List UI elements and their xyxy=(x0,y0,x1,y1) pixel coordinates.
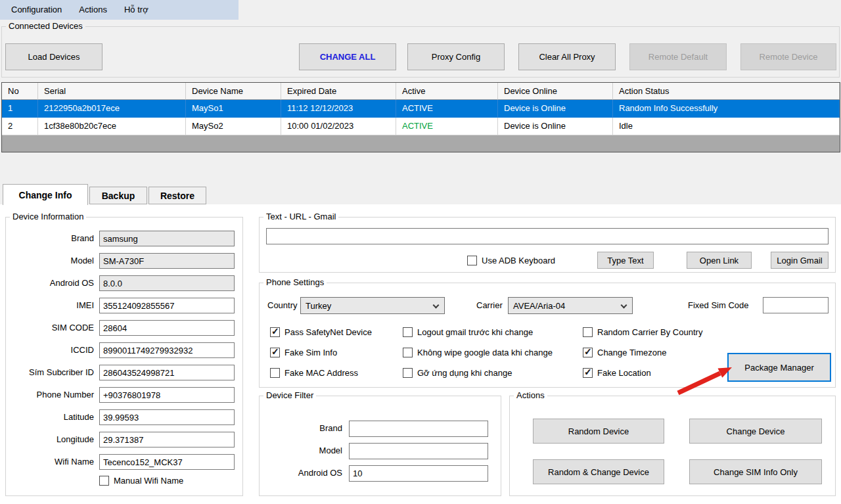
menu-actions[interactable]: Actions xyxy=(70,0,116,20)
column-header-expired-date[interactable]: Expired Date xyxy=(281,83,396,100)
menu-help[interactable]: Hỗ trợ xyxy=(116,0,157,20)
change-timezone-checkbox[interactable]: Change Timezone xyxy=(583,347,667,357)
checkbox-box xyxy=(270,348,280,357)
carrier-label: Carrier xyxy=(476,300,503,310)
checkbox-box xyxy=(270,327,280,337)
login-gmail-button[interactable]: Login Gmail xyxy=(771,252,829,269)
checkbox-box xyxy=(583,348,593,357)
imei-label: IMEI xyxy=(7,300,94,310)
column-header-active[interactable]: Active xyxy=(396,83,498,100)
column-header-no[interactable]: No xyxy=(2,83,38,100)
imei-field[interactable] xyxy=(99,298,235,313)
device-filter-title: Device Filter xyxy=(263,390,316,400)
filter-android-os-label: Android OS xyxy=(265,468,342,478)
table-row[interactable]: 2 1cf38e80b20c7ece MaySo2 10:00 01/02/20… xyxy=(2,118,840,135)
tab-restore[interactable]: Restore xyxy=(148,187,206,204)
change-device-button[interactable]: Change Device xyxy=(689,419,822,444)
country-selected-value: Turkey xyxy=(306,301,331,311)
longitude-field[interactable] xyxy=(99,432,235,447)
tab-backup[interactable]: Backup xyxy=(89,187,147,204)
column-header-serial[interactable]: Serial xyxy=(38,83,186,100)
wifi-name-field[interactable] xyxy=(99,454,235,470)
filter-model-field[interactable] xyxy=(349,443,488,459)
latitude-field[interactable] xyxy=(99,409,235,425)
checkbox-box xyxy=(583,368,593,378)
checkbox-box xyxy=(99,476,109,486)
cell-action-status: Random Info Successfully xyxy=(613,100,840,118)
sim-code-field[interactable] xyxy=(99,320,235,336)
text-url-input[interactable] xyxy=(266,228,829,244)
carrier-selected-value: AVEA/Aria-04 xyxy=(513,301,565,311)
logout-gmail-checkbox[interactable]: Logout gmail trước khi change xyxy=(403,327,533,337)
phone-settings-title: Phone Settings xyxy=(263,277,327,287)
random-device-button[interactable]: Random Device xyxy=(533,419,664,444)
type-text-button[interactable]: Type Text xyxy=(597,252,654,269)
cell-action-status: Idle xyxy=(613,118,840,135)
filter-brand-label: Brand xyxy=(265,423,342,433)
sim-subscriber-id-label: Sím Subcriber ID xyxy=(7,367,94,377)
iccid-field[interactable] xyxy=(99,342,235,358)
filter-brand-field[interactable] xyxy=(349,421,488,437)
column-header-device-name[interactable]: Device Name xyxy=(186,83,281,100)
phone-number-label: Phone Number xyxy=(7,390,94,400)
brand-field[interactable] xyxy=(99,231,235,246)
checkbox-box xyxy=(403,368,413,378)
column-header-device-online[interactable]: Device Online xyxy=(498,83,613,100)
cell-no: 1 xyxy=(2,100,38,118)
remote-default-button: Remote Default xyxy=(629,43,727,70)
filter-android-os-field[interactable] xyxy=(349,465,488,482)
cell-serial: 1cf38e80b20c7ece xyxy=(38,118,186,135)
checkbox-label: Gỡ ứng dụng khi change xyxy=(417,368,512,378)
checkbox-box xyxy=(403,348,413,357)
manual-wifi-name-checkbox[interactable]: Manual Wifi Name xyxy=(99,475,183,486)
wifi-name-label: Wifi Name xyxy=(7,457,94,467)
chevron-down-icon xyxy=(621,302,627,309)
checkbox-box xyxy=(467,256,477,265)
column-header-action-status[interactable]: Action Status xyxy=(613,83,840,100)
actions-group: Actions Random Device Change Device Rand… xyxy=(509,396,836,496)
checkbox-label: Manual Wifi Name xyxy=(114,476,183,486)
checkbox-label: Fake Location xyxy=(597,368,651,378)
open-link-button[interactable]: Open Link xyxy=(687,252,752,269)
random-carrier-by-country-checkbox[interactable]: Random Carrier By Country xyxy=(583,327,702,337)
use-adb-keyboard-checkbox[interactable]: Use ADB Keyboard xyxy=(467,255,555,265)
no-wipe-google-data-checkbox[interactable]: Không wipe google data khi change xyxy=(403,347,553,357)
checkbox-label: Random Carrier By Country xyxy=(597,327,702,337)
device-information-title: Device Information xyxy=(10,212,86,221)
sim-subscriber-id-field[interactable] xyxy=(99,365,235,380)
tab-change-info[interactable]: Change Info xyxy=(3,184,88,205)
fake-location-checkbox[interactable]: Fake Location xyxy=(583,367,651,378)
connected-devices-title: Connected Devices xyxy=(6,21,85,31)
package-manager-button[interactable]: Package Manager xyxy=(727,353,831,382)
latitude-label: Latitude xyxy=(7,412,94,422)
proxy-config-button[interactable]: Proxy Config xyxy=(407,43,505,70)
cell-active: ACTIVE xyxy=(396,118,498,135)
phone-settings-group: Phone Settings Country Turkey Carrier AV… xyxy=(259,283,836,388)
checkbox-label: Không wipe google data khi change xyxy=(417,348,553,357)
cell-expired-date: 10:00 01/02/2023 xyxy=(281,118,396,135)
clear-all-proxy-button[interactable]: Clear All Proxy xyxy=(518,43,616,70)
fake-sim-info-checkbox[interactable]: Fake Sim Info xyxy=(270,347,337,357)
menu-configuration[interactable]: Configuration xyxy=(3,0,70,20)
pass-safetynet-device-checkbox[interactable]: Pass SafetyNet Device xyxy=(270,327,372,337)
fixed-sim-code-field[interactable] xyxy=(763,297,829,313)
chevron-down-icon xyxy=(433,302,440,309)
device-information-group: Device Information Brand Model Android O… xyxy=(5,217,243,496)
device-table: No Serial Device Name Expired Date Activ… xyxy=(1,82,840,152)
iccid-label: ICCID xyxy=(7,345,94,355)
device-filter-group: Device Filter Brand Model Android OS xyxy=(259,396,501,496)
uninstall-apps-checkbox[interactable]: Gỡ ứng dụng khi change xyxy=(403,367,512,378)
android-os-field[interactable] xyxy=(99,275,235,291)
load-devices-button[interactable]: Load Devices xyxy=(5,43,102,70)
country-select[interactable]: Turkey xyxy=(300,297,445,314)
change-sim-info-only-button[interactable]: Change SIM Info Only xyxy=(689,459,822,484)
annotation-arrow-icon xyxy=(671,360,737,397)
carrier-select[interactable]: AVEA/Aria-04 xyxy=(508,297,633,314)
checkbox-label: Use ADB Keyboard xyxy=(482,256,555,265)
random-and-change-device-button[interactable]: Random & Change Device xyxy=(533,459,664,484)
fake-mac-address-checkbox[interactable]: Fake MAC Address xyxy=(270,367,358,378)
phone-number-field[interactable] xyxy=(99,387,235,403)
model-field[interactable] xyxy=(99,253,235,269)
table-row[interactable]: 1 2122950a2b017ece MaySo1 11:12 12/12/20… xyxy=(2,100,840,118)
change-all-button[interactable]: CHANGE ALL xyxy=(299,43,396,70)
